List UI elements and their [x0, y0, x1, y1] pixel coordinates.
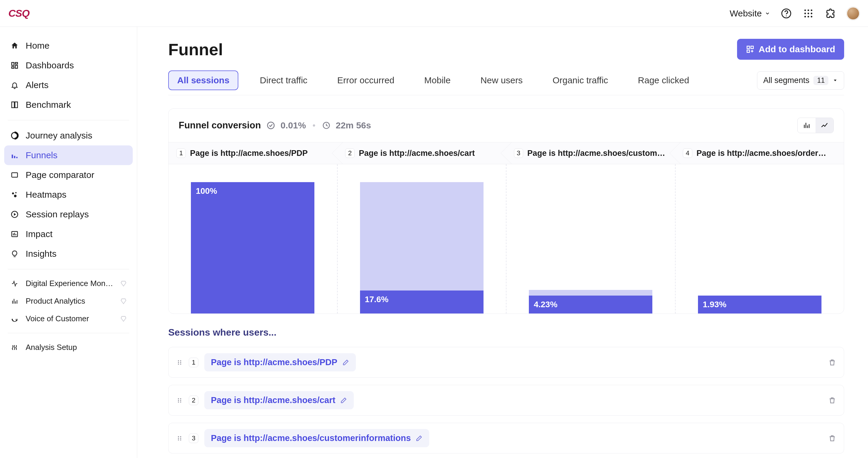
- svg-point-42: [178, 401, 179, 402]
- help-icon[interactable]: [780, 7, 792, 20]
- sidebar-item-analysis-setup[interactable]: Analysis Setup: [4, 339, 133, 356]
- sidebar-item-journey[interactable]: Journey analysis: [4, 126, 133, 145]
- tab-direct-traffic[interactable]: Direct traffic: [251, 71, 316, 90]
- avatar[interactable]: [846, 7, 860, 20]
- delete-step-button[interactable]: [828, 359, 836, 366]
- condition-text: Page is http://acme.shoes/PDP: [211, 357, 337, 367]
- tab-rage-clicked[interactable]: Rage clicked: [630, 71, 698, 90]
- sidebar-item-home[interactable]: Home: [4, 36, 133, 56]
- svg-marker-31: [834, 80, 837, 81]
- topbar: CSQ Website: [0, 0, 868, 27]
- svg-rect-19: [14, 156, 15, 158]
- edit-icon[interactable]: [415, 435, 423, 442]
- sidebar-item-voc[interactable]: Voice of Customer: [4, 310, 133, 327]
- svg-point-46: [178, 436, 179, 437]
- step-editor-row: 3 Page is http://acme.shoes/customerinfo…: [168, 423, 844, 454]
- step-editor-row: 2 Page is http://acme.shoes/cart: [168, 385, 844, 416]
- sidebar-item-insights[interactable]: Insights: [4, 244, 133, 264]
- tab-all-sessions[interactable]: All sessions: [168, 70, 238, 90]
- check-circle-icon: [267, 121, 275, 130]
- condition-token[interactable]: Page is http://acme.shoes/PDP: [204, 353, 356, 371]
- step-number: 3: [514, 148, 523, 158]
- tab-organic-traffic[interactable]: Organic traffic: [544, 71, 616, 90]
- sidebar-item-label: Voice of Customer: [26, 314, 114, 323]
- svg-point-43: [180, 398, 181, 399]
- tab-mobile[interactable]: Mobile: [416, 71, 459, 90]
- journey-icon: [10, 131, 19, 140]
- drag-handle-icon[interactable]: [176, 397, 183, 404]
- svg-point-1: [786, 15, 787, 16]
- funnel-card: Funnel conversion 0.01% • 22m 56s 1 Page…: [168, 108, 844, 314]
- edit-icon[interactable]: [342, 359, 349, 366]
- sidebar-item-alerts[interactable]: Alerts: [4, 75, 133, 95]
- svg-rect-16: [15, 102, 18, 108]
- sidebar-item-label: Journey analysis: [26, 131, 127, 141]
- tab-new-users[interactable]: New users: [472, 71, 531, 90]
- svg-point-5: [804, 12, 806, 14]
- svg-rect-15: [12, 102, 14, 108]
- drag-handle-icon[interactable]: [176, 435, 183, 441]
- sidebar-item-label: Insights: [26, 249, 127, 259]
- bar-view-button[interactable]: [798, 118, 815, 133]
- segment-tabs: All sessions Direct traffic Error occurr…: [168, 70, 844, 95]
- delete-step-button[interactable]: [828, 397, 836, 404]
- condition-token[interactable]: Page is http://acme.shoes/cart: [204, 391, 354, 409]
- funnel-step-header[interactable]: 3 Page is http://acme.shoes/customer…: [506, 142, 675, 164]
- tab-error-occurred[interactable]: Error occurred: [329, 71, 403, 90]
- sidebar-item-impact[interactable]: Impact: [4, 224, 133, 244]
- caret-down-icon: [833, 78, 838, 83]
- extension-icon[interactable]: [825, 7, 836, 20]
- sidebar-item-product-analytics[interactable]: Product Analytics: [4, 292, 133, 310]
- funnel-card-title: Funnel conversion: [179, 120, 261, 131]
- sidebar-item-benchmark[interactable]: Benchmark: [4, 95, 133, 115]
- sidebar-item-dem[interactable]: Digital Experience Monitor…: [4, 275, 133, 292]
- funnel-step-header[interactable]: 4 Page is http://acme.shoes/order…: [675, 142, 844, 164]
- step-number: 1: [189, 358, 198, 367]
- apps-grid-icon[interactable]: [802, 7, 814, 20]
- delete-step-button[interactable]: [828, 434, 836, 442]
- svg-point-50: [180, 438, 181, 439]
- sidebar-item-label: Product Analytics: [26, 296, 114, 306]
- svg-point-47: [178, 438, 179, 439]
- sidebar-item-page-comparator[interactable]: Page comparator: [4, 165, 133, 185]
- add-to-dashboard-button[interactable]: Add to dashboard: [737, 39, 844, 60]
- sidebar-item-label: Digital Experience Monitor…: [26, 279, 114, 288]
- svg-rect-30: [747, 50, 750, 52]
- monitoring-icon: [10, 279, 19, 288]
- diamond-icon: [120, 280, 127, 287]
- step-number: 3: [189, 433, 198, 443]
- page-title: Funnel: [168, 40, 223, 59]
- segments-dropdown[interactable]: All segments 11: [757, 71, 844, 90]
- funnel-step-header[interactable]: 1 Page is http://acme.shoes/PDP: [168, 142, 337, 164]
- svg-point-38: [180, 362, 181, 363]
- chevron-down-icon: [765, 11, 770, 16]
- svg-point-22: [12, 192, 14, 194]
- svg-rect-29: [751, 46, 753, 49]
- play-circle-icon: [10, 210, 19, 219]
- drag-handle-icon[interactable]: [176, 359, 183, 366]
- sidebar-item-funnels[interactable]: Funnels: [4, 145, 133, 165]
- workspace-switcher[interactable]: Website: [730, 8, 770, 19]
- line-view-button[interactable]: [815, 118, 833, 133]
- sessions-where-title: Sessions where users...: [168, 327, 844, 338]
- svg-point-32: [267, 122, 274, 129]
- clock-icon: [322, 121, 331, 130]
- home-icon: [10, 41, 19, 50]
- svg-rect-20: [16, 157, 17, 158]
- svg-point-41: [178, 400, 179, 401]
- diamond-icon: [120, 298, 127, 305]
- condition-token[interactable]: Page is http://acme.shoes/customerinform…: [204, 429, 429, 447]
- sidebar-item-replays[interactable]: Session replays: [4, 204, 133, 224]
- svg-point-24: [14, 195, 17, 197]
- edit-icon[interactable]: [340, 397, 347, 404]
- svg-point-44: [180, 400, 181, 401]
- step-label: Page is http://acme.shoes/cart: [359, 149, 475, 158]
- chart-view-toggle: [797, 118, 834, 133]
- sidebar-item-dashboards[interactable]: Dashboards: [4, 56, 133, 75]
- impact-icon: [10, 230, 19, 238]
- step-label: Page is http://acme.shoes/PDP: [190, 149, 308, 158]
- funnel-step-header[interactable]: 2 Page is http://acme.shoes/cart: [337, 142, 506, 164]
- sidebar-item-label: Dashboards: [26, 60, 127, 70]
- sidebar-item-heatmaps[interactable]: Heatmaps: [4, 185, 133, 204]
- svg-rect-21: [12, 173, 18, 177]
